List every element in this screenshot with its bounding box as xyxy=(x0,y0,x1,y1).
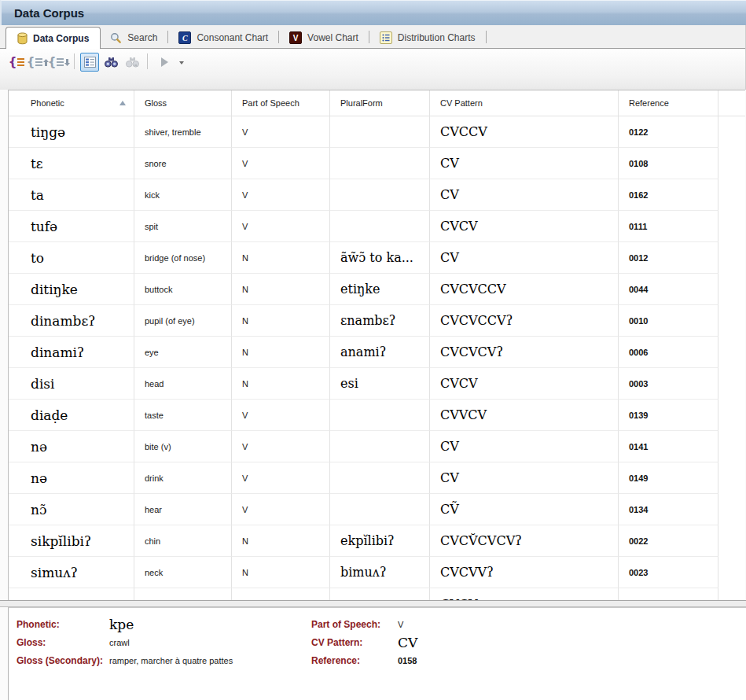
cell-reference[interactable]: 0139 xyxy=(619,400,718,431)
cell-reference[interactable]: 0023 xyxy=(619,557,718,588)
play-icon[interactable] xyxy=(153,53,172,72)
cell-part-of-speech[interactable]: V xyxy=(232,148,330,179)
cell-reference[interactable]: 0134 xyxy=(619,494,718,525)
cell-gloss[interactable]: snore xyxy=(134,148,232,179)
cell-gloss[interactable]: spit xyxy=(134,211,232,242)
cell-plural-form[interactable]: ɛnambɛʔ xyxy=(330,305,430,337)
cell-gloss[interactable]: taste xyxy=(134,400,232,431)
cell-part-of-speech[interactable]: V xyxy=(232,462,330,494)
cell-cv-pattern[interactable]: CVCV xyxy=(430,211,619,242)
cell-part-of-speech[interactable]: V xyxy=(232,116,330,148)
column-header-reference[interactable]: Reference xyxy=(619,90,718,116)
table-row[interactable]: tufə spit V CVCV 0111 xyxy=(9,211,745,242)
cell-plural-form[interactable]: ekpĭlibiʔ xyxy=(330,525,430,557)
table-row[interactable]: sikpĭlibiʔ chin N ekpĭlibiʔ CVCV̆CVCVʔ 0… xyxy=(9,525,745,557)
cell-gloss[interactable]: head xyxy=(134,368,232,400)
cell-plural-form[interactable]: ãw̃ɔ̃ to ka... xyxy=(330,242,430,274)
find-icon[interactable] xyxy=(101,53,120,72)
cell-plural-form[interactable] xyxy=(330,400,430,431)
cell-gloss[interactable]: eye xyxy=(134,337,232,368)
cell-gloss[interactable]: kick xyxy=(134,179,232,211)
table-row[interactable]: dinamiʔ eye N anamiʔ CVCVCVʔ 0006 xyxy=(9,337,745,368)
cell-reference[interactable]: 0141 xyxy=(619,431,718,462)
cell-phonetic[interactable]: ditiŋke xyxy=(9,274,134,305)
cell-phonetic[interactable]: disi xyxy=(9,368,134,400)
cell-plural-form[interactable]: etiŋke xyxy=(330,274,430,305)
cell-reference[interactable]: 0162 xyxy=(619,179,718,211)
cell-cv-pattern[interactable]: CVCVCVʔ xyxy=(430,337,619,368)
cell-phonetic[interactable]: tiŋgə xyxy=(9,116,134,148)
cell-reference[interactable]: 0003 xyxy=(619,368,718,400)
cell-cv-pattern[interactable]: CVCVCCV xyxy=(430,274,619,305)
cell-phonetic[interactable] xyxy=(9,588,134,600)
cell-phonetic[interactable]: diaḍe xyxy=(9,400,134,431)
table-row[interactable]: to bridge (of nose) N ãw̃ɔ̃ to ka... CV … xyxy=(9,242,745,274)
cell-phonetic[interactable]: nə xyxy=(9,462,134,494)
cell-reference[interactable]: 0022 xyxy=(619,525,718,557)
cell-cv-pattern[interactable]: CV xyxy=(430,242,619,274)
table-row[interactable]: nɔ̃ hear V CṼ 0134 xyxy=(9,494,745,525)
table-row[interactable]: nə drink V CV 0149 xyxy=(9,462,745,494)
cell-plural-form[interactable] xyxy=(330,148,430,179)
cell-part-of-speech[interactable]: N xyxy=(232,368,330,400)
cell-plural-form[interactable] xyxy=(330,431,430,462)
cell-part-of-speech[interactable]: N xyxy=(232,274,330,305)
table-row[interactable]: ta kick V CV 0162 xyxy=(9,179,745,211)
cell-cv-pattern[interactable]: CVCV xyxy=(430,368,619,400)
cell-plural-form[interactable] xyxy=(330,588,430,600)
cell-cv-pattern[interactable]: CṼ xyxy=(430,494,619,525)
cell-phonetic[interactable]: sikpĭlibiʔ xyxy=(9,525,134,557)
cell-part-of-speech[interactable]: V xyxy=(232,494,330,525)
column-header-part-of-speech[interactable]: Part of Speech xyxy=(232,90,330,116)
cell-reference[interactable]: 0006 xyxy=(619,337,718,368)
tab-distribution-charts[interactable]: Distribution Charts xyxy=(370,28,485,48)
cell-plural-form[interactable] xyxy=(330,211,430,242)
cell-part-of-speech[interactable]: V xyxy=(232,179,330,211)
cell-cv-pattern[interactable]: CV xyxy=(430,148,619,179)
cell-cv-pattern[interactable]: CVCVCCVʔ xyxy=(430,305,619,337)
window-titlebar[interactable]: Data Corpus xyxy=(0,0,746,25)
table-row[interactable]: ditiŋke buttock N etiŋke CVCVCCV 0044 xyxy=(9,274,745,305)
cell-cv-pattern[interactable]: CV xyxy=(430,462,619,494)
cell-phonetic[interactable]: nɔ̃ xyxy=(9,494,134,525)
table-row[interactable]: diaḍe taste V CVVCV 0139 xyxy=(9,400,745,431)
sort-ascending-icon[interactable]: { xyxy=(28,53,47,72)
table-row[interactable]: tɛ snore V CV 0108 xyxy=(9,148,745,179)
cell-reference[interactable]: 0044 xyxy=(619,274,718,305)
column-header-phonetic[interactable]: Phonetic xyxy=(9,90,134,116)
cell-gloss[interactable]: bridge (of nose) xyxy=(134,242,232,274)
tab-search[interactable]: Search xyxy=(101,28,167,48)
cell-plural-form[interactable] xyxy=(330,494,430,525)
cell-plural-form[interactable]: anamiʔ xyxy=(330,337,430,368)
record-view-toggle-icon[interactable] xyxy=(80,53,99,72)
table-row[interactable]: nə bite (v) V CV 0141 xyxy=(9,431,745,462)
cell-gloss[interactable]: neck xyxy=(134,557,232,588)
cell-plural-form[interactable] xyxy=(330,179,430,211)
cell-cv-pattern[interactable]: CVVCV xyxy=(430,400,619,431)
column-header-gloss[interactable]: Gloss xyxy=(134,90,232,116)
cell-phonetic[interactable]: ta xyxy=(9,179,134,211)
table-row[interactable]: simuʌʔ neck N bimuʌʔ CVCVVʔ 0023 xyxy=(9,557,745,588)
cell-reference[interactable]: 0111 xyxy=(619,211,718,242)
cell-part-of-speech[interactable]: N xyxy=(232,242,330,274)
cell-cv-pattern[interactable]: CV xyxy=(430,179,619,211)
cell-reference[interactable]: 0108 xyxy=(619,148,718,179)
cell-phonetic[interactable]: tufə xyxy=(9,211,134,242)
cell-phonetic[interactable]: simuʌʔ xyxy=(9,557,134,588)
column-header-plural-form[interactable]: PluralForm xyxy=(330,90,430,116)
cell-part-of-speech[interactable]: V xyxy=(232,431,330,462)
cell-plural-form[interactable] xyxy=(330,116,430,148)
cell-reference[interactable]: 0012 xyxy=(619,242,718,274)
table-row-partial[interactable]: CVCV xyxy=(9,588,745,600)
sort-descending-icon[interactable]: { xyxy=(50,53,68,72)
cell-part-of-speech[interactable]: V xyxy=(232,400,330,431)
tab-vowel-chart[interactable]: V Vowel Chart xyxy=(280,28,368,48)
cell-gloss[interactable]: buttock xyxy=(134,274,232,305)
table-row[interactable]: tiŋgə shiver, tremble V CVCCV 0122 xyxy=(9,116,745,148)
find-next-icon[interactable] xyxy=(123,53,141,72)
cell-reference[interactable]: 0122 xyxy=(619,116,718,148)
cell-cv-pattern[interactable]: CVCV̆CVCVʔ xyxy=(430,525,619,557)
cell-part-of-speech[interactable]: N xyxy=(232,337,330,368)
cell-reference[interactable]: 0149 xyxy=(619,462,718,494)
cell-cv-pattern[interactable]: CVCVVʔ xyxy=(430,557,619,588)
